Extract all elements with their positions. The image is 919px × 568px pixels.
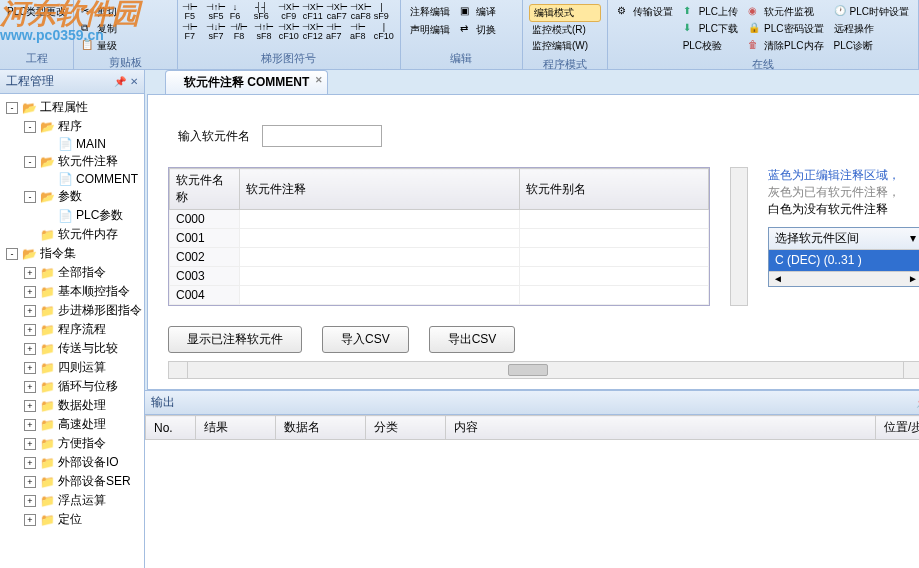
- compile-button[interactable]: ▣编译: [457, 4, 499, 20]
- tree-node[interactable]: +📁传送与比较: [2, 339, 142, 358]
- plc-verify-button[interactable]: PLC校验: [680, 38, 741, 54]
- tree-toggle-icon[interactable]: +: [24, 362, 36, 374]
- switch-button[interactable]: ⇄切换: [457, 22, 499, 38]
- tree-node[interactable]: +📁程序流程: [2, 320, 142, 339]
- ladder-symbol-button[interactable]: |cF10: [374, 22, 396, 42]
- tree-node[interactable]: +📁定位: [2, 510, 142, 529]
- edit-mode-button[interactable]: 编辑模式: [529, 4, 601, 22]
- ladder-symbol-button[interactable]: ⊣X⊢cF12: [302, 22, 324, 42]
- grid-header[interactable]: 软元件注释: [240, 169, 520, 210]
- tab-comment[interactable]: 软元件注释 COMMENT ✕: [165, 70, 328, 94]
- output-header[interactable]: 数据名: [276, 416, 366, 440]
- table-row[interactable]: C000: [170, 210, 709, 229]
- copy-button[interactable]: ⧉复制: [78, 21, 172, 37]
- paste-button[interactable]: 📋量级: [78, 38, 172, 54]
- tree-toggle-icon[interactable]: -: [24, 121, 36, 133]
- tree-toggle-icon[interactable]: +: [24, 324, 36, 336]
- output-grid[interactable]: No.结果数据名分类内容位置/步: [145, 415, 919, 560]
- device-monitor-button[interactable]: ◉软元件监视: [745, 4, 826, 20]
- transfer-settings-button[interactable]: ⚙传输设置: [614, 4, 676, 20]
- ladder-symbol-button[interactable]: ↓F6: [230, 2, 252, 22]
- ladder-symbol-button[interactable]: ⊣↑⊢sF5: [206, 2, 228, 22]
- tree-node[interactable]: +📁浮点运算: [2, 491, 142, 510]
- plc-download-button[interactable]: ⬇PLC下载: [680, 21, 741, 37]
- ladder-symbol-button[interactable]: ⊣X⊢cF10: [278, 22, 300, 42]
- output-header[interactable]: 内容: [446, 416, 876, 440]
- tree-node[interactable]: +📁方便指令: [2, 434, 142, 453]
- ladder-symbol-button[interactable]: ⊣X⊢caF7: [326, 2, 348, 22]
- clear-plc-memory-button[interactable]: 🗑清除PLC内存: [745, 38, 826, 54]
- tree-toggle-icon[interactable]: +: [24, 476, 36, 488]
- ladder-symbol-button[interactable]: ⊣⊢aF7: [326, 22, 348, 42]
- tree-node[interactable]: +📁全部指令: [2, 263, 142, 282]
- close-panel-icon[interactable]: ✕: [130, 76, 138, 87]
- tree-node[interactable]: -📂工程属性: [2, 98, 142, 117]
- tree-toggle-icon[interactable]: -: [6, 248, 18, 260]
- table-row[interactable]: C002: [170, 248, 709, 267]
- tree-toggle-icon[interactable]: +: [24, 495, 36, 507]
- tree-node[interactable]: +📁数据处理: [2, 396, 142, 415]
- table-row[interactable]: C004: [170, 286, 709, 305]
- tree-node[interactable]: +📁步进梯形图指令: [2, 301, 142, 320]
- output-header[interactable]: 结果: [196, 416, 276, 440]
- tree-toggle-icon[interactable]: +: [24, 514, 36, 526]
- ladder-symbol-button[interactable]: ⊣⊢F7: [182, 22, 204, 42]
- pin-icon[interactable]: 📌: [114, 76, 126, 87]
- horizontal-scrollbar[interactable]: [168, 361, 919, 379]
- ladder-symbol-button[interactable]: ⊣X⊢caF8: [350, 2, 372, 22]
- tree-node[interactable]: 📄COMMENT: [2, 171, 142, 187]
- output-header[interactable]: 位置/步: [876, 416, 920, 440]
- tree-node[interactable]: +📁高速处理: [2, 415, 142, 434]
- plc-diagnosis-button[interactable]: PLC诊断: [831, 38, 912, 54]
- tree-node[interactable]: +📁外部设备IO: [2, 453, 142, 472]
- tree-node[interactable]: +📁循环与位移: [2, 377, 142, 396]
- table-row[interactable]: C001: [170, 229, 709, 248]
- tree-toggle-icon[interactable]: +: [24, 305, 36, 317]
- tree-toggle-icon[interactable]: +: [24, 286, 36, 298]
- ladder-symbol-button[interactable]: ⊣⊢aF8: [350, 22, 372, 42]
- ladder-symbol-button[interactable]: ⊣⊢F5: [182, 2, 204, 22]
- monitor-mode-button[interactable]: 监控模式(R): [529, 22, 601, 38]
- remote-operation-button[interactable]: 远程操作: [831, 21, 912, 37]
- import-csv-button[interactable]: 导入CSV: [322, 326, 409, 353]
- grid-header[interactable]: 软元件名称: [170, 169, 240, 210]
- ladder-symbol-button[interactable]: ┤┤sF6: [254, 2, 276, 22]
- tree-node[interactable]: +📁基本顺控指令: [2, 282, 142, 301]
- grid-vscroll[interactable]: [730, 167, 748, 306]
- tree-toggle-icon[interactable]: -: [6, 102, 18, 114]
- ladder-symbol-button[interactable]: ⊣↓⊢sF7: [206, 22, 228, 42]
- output-header[interactable]: No.: [146, 416, 196, 440]
- tree-node[interactable]: -📂程序: [2, 117, 142, 136]
- tree-toggle-icon[interactable]: -: [24, 156, 36, 168]
- tree-toggle-icon[interactable]: +: [24, 343, 36, 355]
- statement-edit-button[interactable]: 声明编辑: [407, 22, 453, 38]
- show-commented-button[interactable]: 显示已注释软元件: [168, 326, 302, 353]
- grid-header[interactable]: 软元件别名: [520, 169, 709, 210]
- monitor-edit-button[interactable]: 监控编辑(W): [529, 38, 601, 54]
- comment-edit-button[interactable]: 注释编辑: [407, 4, 453, 20]
- close-tab-icon[interactable]: ✕: [315, 75, 323, 85]
- ladder-symbol-button[interactable]: ⊣X⊢cF11: [302, 2, 324, 22]
- tree-node[interactable]: +📁四则运算: [2, 358, 142, 377]
- ladder-symbol-button[interactable]: |sF9: [374, 2, 396, 22]
- tree-node[interactable]: 📁软元件内存: [2, 225, 142, 244]
- tree-toggle-icon[interactable]: -: [24, 191, 36, 203]
- device-comment-grid[interactable]: 软元件名称软元件注释软元件别名 C000C001C002C003C004: [168, 167, 710, 306]
- export-csv-button[interactable]: 导出CSV: [429, 326, 516, 353]
- project-tree[interactable]: -📂工程属性-📂程序📄MAIN-📂软元件注释📄COMMENT-📂参数📄PLC参数…: [0, 94, 144, 568]
- plc-password-button[interactable]: 🔒PLC密码设置: [745, 21, 826, 37]
- ladder-symbol-button[interactable]: ⊣/⊢F8: [230, 22, 252, 42]
- tree-toggle-icon[interactable]: +: [24, 438, 36, 450]
- tree-node[interactable]: 📄PLC参数: [2, 206, 142, 225]
- ladder-symbol-button[interactable]: ⊣X⊢cF9: [278, 2, 300, 22]
- tree-toggle-icon[interactable]: +: [24, 267, 36, 279]
- plc-upload-button[interactable]: ⬆PLC上传: [680, 4, 741, 20]
- tree-node[interactable]: 📄MAIN: [2, 136, 142, 152]
- plc-clock-button[interactable]: 🕐PLC时钟设置: [831, 4, 912, 20]
- output-header[interactable]: 分类: [366, 416, 446, 440]
- table-row[interactable]: C003: [170, 267, 709, 286]
- plc-type-change-button[interactable]: PLC类型更改: [4, 4, 69, 20]
- cut-button[interactable]: ✂剪切: [78, 4, 172, 20]
- device-range-dropdown[interactable]: 选择软元件区间▾ C (DEC) (0..31 ) ◄►: [768, 227, 919, 287]
- tree-toggle-icon[interactable]: +: [24, 419, 36, 431]
